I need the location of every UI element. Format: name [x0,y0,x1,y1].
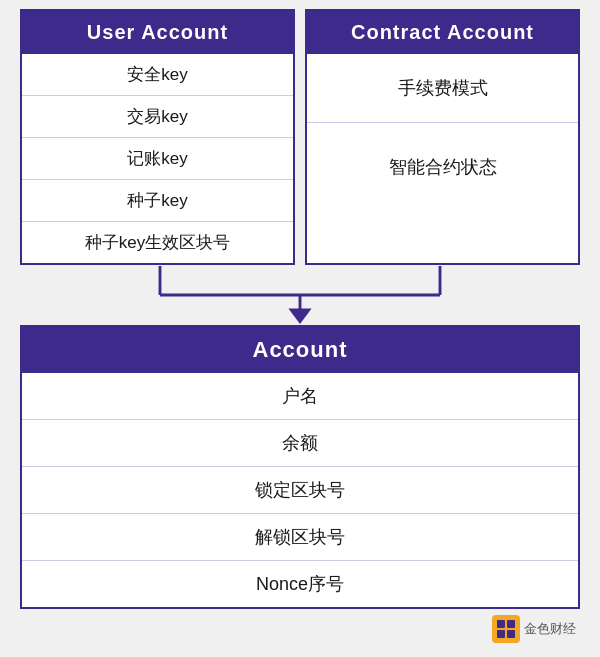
account-item-2: 锁定区块号 [22,467,578,514]
user-account-item-1: 交易key [22,96,293,138]
account-item-0: 户名 [22,373,578,420]
connector-svg [20,265,580,325]
svg-rect-6 [507,620,515,628]
connector-area [20,265,580,325]
watermark-label: 金色财经 [524,620,576,638]
user-account-item-2: 记账key [22,138,293,180]
account-item-4: Nonce序号 [22,561,578,607]
contract-account-header: Contract Account [307,11,578,54]
user-account-box: User Account 安全key 交易key 记账key 种子key 种子k… [20,9,295,265]
top-row: User Account 安全key 交易key 记账key 种子key 种子k… [20,9,580,265]
svg-marker-4 [288,308,311,323]
contract-account-item-1: 智能合约状态 [307,123,578,211]
account-box: Account 户名 余额 锁定区块号 解锁区块号 Nonce序号 [20,325,580,609]
user-account-item-0: 安全key [22,54,293,96]
account-header: Account [22,327,578,373]
diagram-wrapper: User Account 安全key 交易key 记账key 种子key 种子k… [10,0,590,657]
user-account-header: User Account [22,11,293,54]
watermark-icon [492,615,520,643]
svg-rect-7 [497,630,505,638]
contract-account-box: Contract Account 手续费模式 智能合约状态 [305,9,580,265]
contract-account-item-0: 手续费模式 [307,54,578,123]
user-account-item-4: 种子key生效区块号 [22,222,293,263]
user-account-item-3: 种子key [22,180,293,222]
watermark: 金色财经 [20,615,580,643]
svg-rect-8 [507,630,515,638]
account-item-3: 解锁区块号 [22,514,578,561]
svg-rect-5 [497,620,505,628]
account-item-1: 余额 [22,420,578,467]
